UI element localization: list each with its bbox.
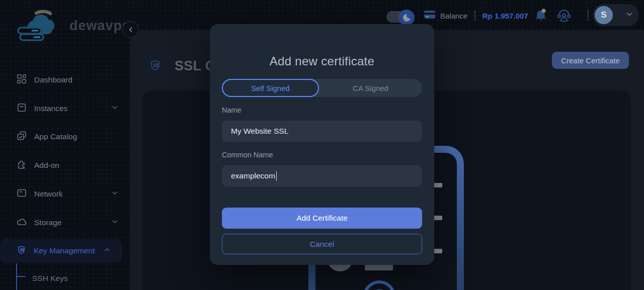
notifications-button[interactable] [533, 8, 548, 24]
sidebar-subitem-ssh-keys[interactable]: SSH Keys [0, 269, 122, 287]
name-field-label: Name [222, 106, 242, 114]
tab-self-signed[interactable]: Self Signed [222, 79, 319, 97]
sidebar-collapse-button[interactable] [122, 21, 139, 38]
credit-card-icon [424, 9, 436, 22]
avatar-initial: S [601, 10, 606, 20]
common-name-input-value: examplecom [231, 171, 275, 180]
modal-title: Add new certificate [210, 54, 434, 68]
sidebar-item-label: Dashboard [34, 75, 119, 84]
cancel-button[interactable]: Cancel [222, 234, 422, 254]
sidebar-item-label: Network [34, 189, 104, 199]
balance-display: Balance Rp 1.957.007 [424, 9, 528, 22]
sidebar-item-add-on[interactable]: Add-on [0, 154, 130, 176]
chevron-up-icon [103, 246, 111, 256]
user-menu[interactable]: S [593, 4, 639, 26]
chevron-down-icon [111, 218, 119, 228]
ssl-shield-icon [148, 59, 162, 72]
create-certificate-button[interactable]: Create Certificate [552, 52, 629, 69]
puzzle-icon [16, 159, 27, 172]
dashboard-icon [16, 73, 27, 86]
sidebar-item-label: App Catalog [34, 132, 119, 141]
add-certificate-modal: Add new certificate Self Signed CA Signe… [210, 24, 434, 265]
cloud-icon [16, 216, 27, 229]
sidebar-item-label: Add-on [34, 161, 119, 170]
name-input-value: My Website SSL [231, 127, 288, 136]
sidebar-subitem-label: SSH Keys [32, 274, 68, 283]
add-certificate-button[interactable]: Add Certificate [222, 208, 422, 229]
common-name-field-label: Common Name [222, 151, 273, 159]
network-icon [16, 187, 27, 201]
sidebar-item-app-catalog[interactable]: App Catalog [0, 126, 130, 148]
moon-icon [403, 14, 411, 22]
divider [474, 11, 475, 21]
sidebar-item-network[interactable]: Network [0, 183, 130, 205]
chevron-down-icon [111, 104, 119, 114]
dark-mode-toggle[interactable] [386, 10, 415, 26]
chevron-down-icon [111, 189, 119, 199]
avatar: S [595, 6, 613, 24]
sidebar-item-label: Storage [34, 218, 104, 227]
cloud-logo-icon [14, 6, 64, 45]
common-name-input[interactable]: examplecom [222, 165, 422, 186]
text-caret [276, 171, 277, 181]
sidebar-item-dashboard[interactable]: Dashboard [0, 69, 130, 91]
certificate-type-tabs: Self Signed CA Signed [222, 79, 422, 97]
app-catalog-icon [16, 130, 27, 143]
balance-value: Rp 1.957.007 [482, 12, 528, 20]
balance-label: Balance [440, 12, 467, 20]
chevron-down-icon [625, 10, 634, 21]
app-window: dewavps Balance Rp 1.957.007 [0, 0, 644, 290]
sidebar-item-label: Key Management [34, 246, 96, 255]
name-input[interactable]: My Website SSL [222, 121, 422, 142]
brand-logo: dewavps [14, 6, 130, 45]
page-icon-box [142, 53, 168, 78]
chevron-left-icon [127, 26, 135, 34]
sidebar-item-storage[interactable]: Storage [0, 212, 130, 234]
support-button[interactable] [556, 8, 572, 23]
sidebar-item-instances[interactable]: Instances [0, 98, 130, 120]
tab-ca-signed[interactable]: CA Signed [319, 79, 422, 97]
toggle-knob [398, 10, 415, 26]
divider [588, 10, 589, 21]
sidebar-item-key-management[interactable]: Key Management [0, 239, 122, 263]
brand-name: dewavps [69, 18, 130, 34]
shield-key-icon [16, 245, 27, 257]
sidebar-item-label: Instances [34, 104, 104, 113]
instances-icon [16, 102, 27, 115]
